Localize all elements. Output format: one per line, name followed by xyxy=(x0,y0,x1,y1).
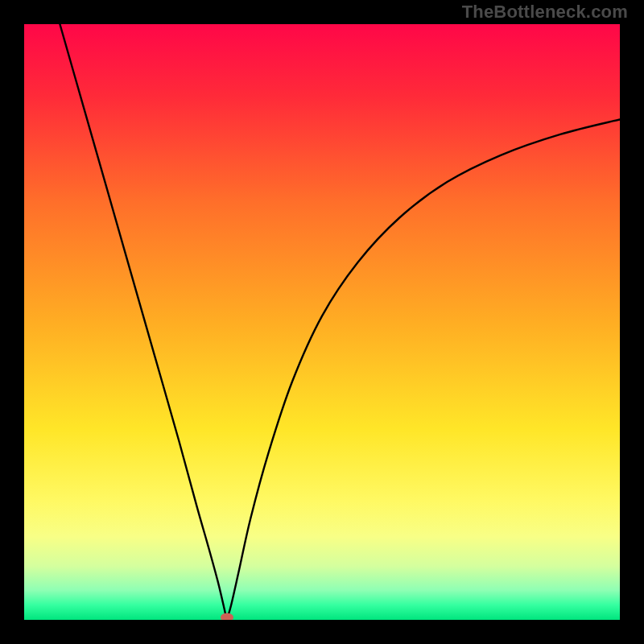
curve-left-branch xyxy=(60,24,226,620)
bottleneck-curve xyxy=(24,24,620,620)
watermark-text: TheBottleneck.com xyxy=(462,2,628,23)
chart-frame: TheBottleneck.com xyxy=(0,0,644,644)
plot-area xyxy=(24,24,620,620)
minimum-marker xyxy=(221,613,233,621)
curve-right-branch xyxy=(227,119,620,620)
